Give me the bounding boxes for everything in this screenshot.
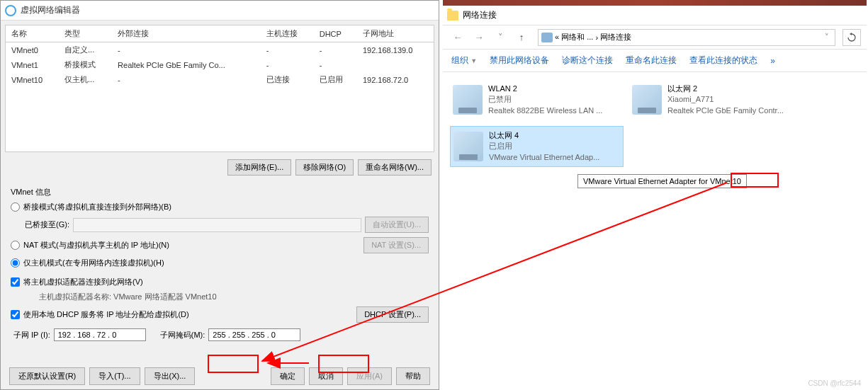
subnet-mask-input[interactable] [208, 328, 300, 341]
nc-titlebar: 网络连接 [443, 6, 867, 25]
item-status: Xiaomi_A771 [667, 94, 784, 105]
help-button[interactable]: 帮助 [396, 367, 430, 385]
item-device: Realtek PCIe GbE Family Contr... [667, 105, 784, 116]
dhcp-settings-button[interactable]: DHCP 设置(P)... [356, 306, 429, 323]
nat-mode-radio-row: NAT 模式(与虚拟机共享主机的 IP 地址)(N) NAT 设置(S)... [11, 237, 429, 253]
nc-accent-bar [443, 0, 867, 6]
up-button[interactable]: ↑ [512, 29, 531, 46]
refresh-icon [847, 33, 857, 42]
view-status-button[interactable]: 查看此连接的状态 [689, 55, 757, 67]
more-commands-button[interactable]: » [770, 56, 775, 66]
host-adapter-name: 主机虚拟适配器名称: VMware 网络适配器 VMnet10 [39, 292, 429, 302]
disable-device-button[interactable]: 禁用此网络设备 [490, 55, 549, 67]
network-adapter-icon [453, 132, 483, 161]
nc-items-area: WLAN 2 已禁用 Realtek 8822BE Wireless LAN .… [443, 72, 867, 174]
bridge-mode-label: 桥接模式(将虚拟机直接连接到外部网络)(B) [23, 202, 171, 212]
apply-button: 应用(A) [347, 367, 392, 385]
table-header-row: 名称 类型 外部连接 主机连接 DHCP 子网地址 [6, 25, 434, 42]
restore-defaults-button[interactable]: 还原默认设置(R) [9, 367, 85, 385]
vne-title-text: 虚拟网络编辑器 [21, 4, 80, 16]
subnet-ip-label: 子网 IP (I): [13, 330, 50, 340]
network-icon [541, 33, 553, 42]
export-button[interactable]: 导出(X)... [145, 367, 196, 385]
breadcrumb-part2[interactable]: 网络连接 [600, 32, 631, 42]
watermark: CSDN @rfc2544 [808, 379, 861, 387]
host-only-radio[interactable] [11, 258, 20, 268]
item-device: Realtek 8822BE Wireless LAN ... [488, 105, 602, 116]
bridge-to-dropdown[interactable] [73, 218, 361, 232]
chevron-down-icon[interactable]: ˅ [825, 33, 829, 42]
dhcp-checkbox[interactable] [11, 310, 20, 319]
nc-title-text: 网络连接 [463, 9, 497, 21]
item-title: 以太网 2 [667, 84, 784, 94]
refresh-button[interactable] [842, 29, 861, 46]
host-only-radio-row: 仅主机模式(在专用网络内连接虚拟机)(H) [11, 258, 429, 268]
nc-toolbar: ← → ˅ ↑ « 网络和 ... › 网络连接 ˅ [443, 25, 867, 50]
item-title: 以太网 4 [489, 130, 599, 141]
col-name[interactable]: 名称 [6, 25, 59, 42]
vne-network-table: 名称 类型 外部连接 主机连接 DHCP 子网地址 VMnet0 自定义... … [5, 25, 434, 152]
nat-settings-button: NAT 设置(S)... [363, 237, 429, 253]
diagnose-button[interactable]: 诊断这个连接 [562, 55, 613, 67]
forward-button: → [470, 29, 488, 46]
organize-menu[interactable]: 组织 ▼ [451, 55, 477, 67]
cancel-button[interactable]: 取消 [309, 367, 343, 385]
vne-footer: 还原默认设置(R) 导入(T)... 导出(X)... 确定 取消 应用(A) … [1, 367, 439, 385]
dropdown-nav-button[interactable]: ˅ [491, 29, 509, 46]
network-adapter-icon [453, 85, 483, 115]
nat-mode-label: NAT 模式(与虚拟机共享主机的 IP 地址)(N) [23, 240, 169, 251]
host-only-label: 仅主机模式(在专用网络内连接虚拟机)(H) [23, 258, 164, 268]
subnet-mask-label: 子网掩码(M): [160, 330, 205, 340]
nc-commandbar: 组织 ▼ 禁用此网络设备 诊断这个连接 重命名此连接 查看此连接的状态 » [443, 50, 867, 72]
breadcrumb-part1[interactable]: « 网络和 ... [555, 32, 593, 42]
host-adapter-checkbox[interactable] [11, 277, 20, 287]
item-title: WLAN 2 [488, 84, 602, 94]
tooltip-text: VMware Virtual Ethernet Adapter for [583, 177, 710, 185]
nat-mode-radio[interactable] [11, 241, 20, 250]
import-button[interactable]: 导入(T)... [89, 367, 140, 385]
auto-settings-button: 自动设置(U)... [365, 217, 429, 233]
network-connections-window: 网络连接 ← → ˅ ↑ « 网络和 ... › 网络连接 ˅ 组织 ▼ 禁用此… [443, 0, 867, 390]
table-row[interactable]: VMnet1 桥接模式 Realtek PCIe GbE Family Co..… [6, 57, 434, 72]
tooltip-highlight: VMnet10 [710, 177, 741, 185]
rename-network-button[interactable]: 重命名网络(W)... [358, 159, 432, 176]
col-type[interactable]: 类型 [59, 25, 112, 42]
breadcrumb-sep: › [595, 33, 598, 42]
col-subnet[interactable]: 子网地址 [357, 25, 434, 42]
bridge-mode-radio-row: 桥接模式(将虚拟机直接连接到外部网络)(B) [11, 202, 429, 212]
virtual-network-editor-window: 虚拟网络编辑器 名称 类型 外部连接 主机连接 DHCP 子网地址 VMnet0… [0, 0, 439, 390]
host-adapter-check-row: 将主机虚拟适配器连接到此网络(V) [11, 277, 429, 287]
back-button[interactable]: ← [449, 29, 467, 46]
dhcp-label: 使用本地 DHCP 服务将 IP 地址分配给虚拟机(D) [23, 309, 189, 320]
col-host[interactable]: 主机连接 [261, 25, 314, 42]
vmnet-info-title: VMnet 信息 [11, 187, 429, 197]
bridge-mode-radio[interactable] [11, 202, 20, 212]
vne-app-icon [5, 5, 16, 16]
bridge-to-label: 已桥接至(G): [25, 219, 69, 230]
list-item[interactable]: WLAN 2 已禁用 Realtek 8822BE Wireless LAN .… [450, 79, 624, 120]
col-external[interactable]: 外部连接 [112, 25, 261, 42]
vne-network-buttons: 添加网络(E)... 移除网络(O) 重命名网络(W)... [1, 156, 439, 183]
rename-button[interactable]: 重命名此连接 [626, 55, 677, 67]
item-status: 已启用 [489, 141, 599, 151]
network-adapter-icon [632, 85, 662, 115]
table-row[interactable]: VMnet10 仅主机... - 已连接 已启用 192.168.72.0 [6, 72, 434, 87]
item-status: 已禁用 [488, 94, 602, 105]
col-dhcp[interactable]: DHCP [314, 25, 357, 42]
remove-network-button[interactable]: 移除网络(O) [295, 159, 354, 176]
add-network-button[interactable]: 添加网络(E)... [227, 159, 291, 176]
host-adapter-label: 将主机虚拟适配器连接到此网络(V) [23, 277, 143, 287]
subnet-ip-input[interactable] [54, 328, 146, 341]
vne-titlebar: 虚拟网络编辑器 [1, 1, 439, 21]
subnet-fields-row: 子网 IP (I): 子网掩码(M): [13, 328, 429, 341]
list-item[interactable]: 以太网 4 已启用 VMware Virtual Ethernet Adap..… [450, 126, 624, 167]
table-row[interactable]: VMnet0 自定义... - - - 192.168.139.0 [6, 42, 434, 58]
item-device: VMware Virtual Ethernet Adap... [489, 152, 599, 163]
folder-icon [447, 11, 458, 21]
ok-button[interactable]: 确定 [271, 367, 305, 385]
vmnet-info-section: VMnet 信息 桥接模式(将虚拟机直接连接到外部网络)(B) 已桥接至(G):… [1, 183, 439, 345]
breadcrumb[interactable]: « 网络和 ... › 网络连接 ˅ [538, 29, 835, 46]
dhcp-check-row: 使用本地 DHCP 服务将 IP 地址分配给虚拟机(D) DHCP 设置(P).… [11, 306, 429, 323]
list-item[interactable]: 以太网 2 Xiaomi_A771 Realtek PCIe GbE Famil… [629, 79, 803, 120]
tooltip: VMware Virtual Ethernet Adapter for VMne… [577, 174, 747, 188]
